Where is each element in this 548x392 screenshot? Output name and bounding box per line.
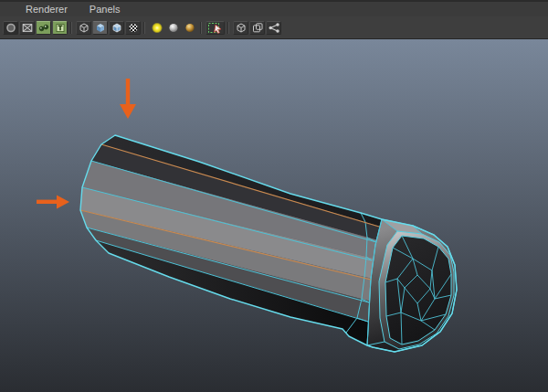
panel-menubar: Renderer Panels [0, 0, 548, 16]
film-gate-button[interactable] [19, 21, 35, 35]
xray-mode-button[interactable] [233, 21, 248, 35]
shaded-wire-cube-icon [111, 22, 123, 34]
textured-mode-button[interactable] [125, 21, 141, 35]
share-nodes-icon [268, 22, 280, 34]
wireframe-mode-button[interactable] [76, 21, 91, 35]
flat-lighting-button[interactable] [165, 21, 181, 35]
wire-cube-icon [78, 22, 90, 34]
toolbar-separator [143, 22, 146, 34]
circle-icon [5, 22, 17, 34]
body-shading [80, 135, 395, 345]
resolution-gate-button[interactable] [36, 21, 51, 35]
toolbar-separator [70, 22, 73, 34]
viewport-canvas[interactable] [0, 39, 548, 392]
all-lights-button[interactable] [182, 21, 197, 35]
menu-renderer[interactable]: Renderer [26, 3, 68, 16]
gold-sphere-icon [184, 22, 196, 34]
smooth-shade-all-button[interactable] [92, 21, 108, 35]
viewport[interactable] [0, 39, 548, 392]
arrow-right-icon [37, 196, 69, 209]
double-square-icon [251, 22, 264, 34]
end-cap [367, 219, 457, 352]
x-box-icon [21, 22, 34, 34]
xray-active-components-button[interactable] [249, 21, 265, 35]
shaded-cube-icon [94, 22, 107, 34]
toolbar-separator [200, 22, 203, 34]
wire-cube-icon [235, 22, 248, 34]
model-cylinder[interactable] [80, 135, 457, 352]
menu-panels[interactable]: Panels [90, 3, 121, 16]
gray-sphere-icon [167, 22, 180, 34]
panel-toolbar [0, 16, 548, 39]
checker-sphere-icon [127, 22, 140, 34]
maya-panel-window: Renderer Panels [0, 0, 548, 392]
green-dots-icon [37, 22, 50, 34]
default-lighting-button[interactable] [149, 21, 164, 35]
isolate-select-button[interactable] [206, 21, 225, 35]
green-t-icon [54, 22, 67, 34]
yellow-light-icon [151, 22, 163, 34]
shade-wireframe-button[interactable] [109, 21, 124, 35]
toolbar-separator [227, 22, 230, 34]
node-connections-button[interactable] [266, 21, 281, 35]
gate-mask-button[interactable] [52, 21, 68, 35]
select-camera-button[interactable] [3, 21, 18, 35]
arrow-down-icon [120, 79, 136, 119]
dashed-box-cursor-icon [207, 22, 224, 34]
